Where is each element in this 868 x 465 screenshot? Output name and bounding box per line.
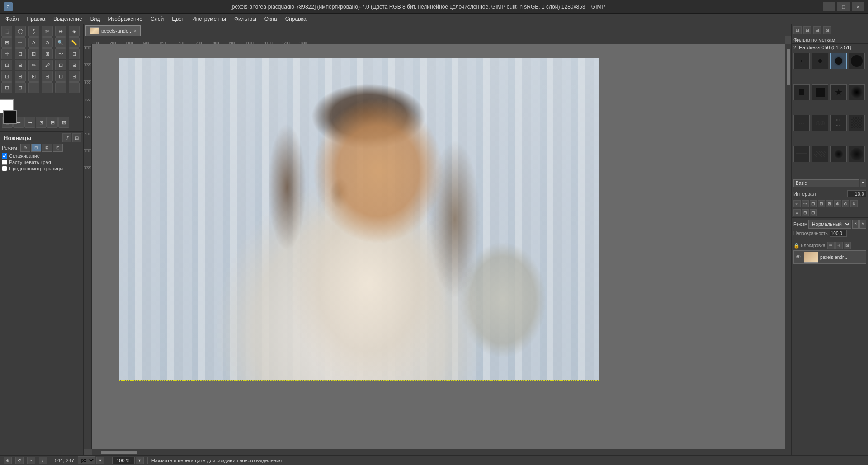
brush-soft2[interactable] bbox=[849, 146, 865, 162]
menu-item-[interactable]: Изображение bbox=[104, 15, 146, 23]
warp-tool[interactable]: 〜 bbox=[55, 48, 66, 59]
undo-btn[interactable]: ⊟ bbox=[47, 117, 58, 128]
zoom-arrow[interactable]: ▼ bbox=[136, 457, 144, 464]
lock-all-btn[interactable]: ⊠ bbox=[844, 242, 851, 249]
image-tab[interactable]: pexels-andr... × bbox=[85, 25, 141, 36]
brush-small[interactable] bbox=[812, 53, 828, 69]
mode-subtract[interactable]: ⊠ bbox=[42, 144, 52, 152]
redo-btn[interactable]: ⊠ bbox=[58, 117, 69, 128]
status-btn-4[interactable]: ↓ bbox=[39, 457, 47, 464]
brush-square-md[interactable] bbox=[812, 84, 828, 100]
menu-item-[interactable]: Правка bbox=[24, 15, 49, 23]
heal-tool[interactable]: ⊟ bbox=[42, 71, 53, 82]
select-color-tool[interactable]: ◈ bbox=[69, 26, 80, 37]
rect-select-tool[interactable]: ⬚ bbox=[1, 26, 12, 37]
maximize-button[interactable]: □ bbox=[837, 2, 850, 11]
prop-icon2-1[interactable]: ≡ bbox=[793, 209, 801, 216]
close-button[interactable]: × bbox=[852, 2, 864, 11]
brush-scatter2[interactable]: ⊕⊕ bbox=[812, 115, 828, 131]
boundary-checkbox[interactable] bbox=[2, 166, 7, 171]
brush-star[interactable]: ★ bbox=[830, 84, 847, 100]
save-btn[interactable]: ↪ bbox=[24, 117, 35, 128]
mode-arrow[interactable]: ↺ bbox=[852, 220, 859, 229]
blend-tool[interactable]: ⊟ bbox=[15, 60, 26, 70]
paths-tool[interactable]: ✏ bbox=[15, 37, 26, 48]
menu-item-[interactable]: Файл bbox=[2, 15, 23, 23]
brush-square-sm[interactable] bbox=[793, 84, 810, 100]
prop-icon-8[interactable]: ⊗ bbox=[850, 200, 858, 207]
prop-icon-7[interactable]: ⊖ bbox=[842, 200, 849, 207]
mode-add[interactable]: ⊟ bbox=[31, 144, 41, 152]
brush-medium[interactable] bbox=[830, 53, 847, 69]
layer-visibility-toggle[interactable]: 👁 bbox=[795, 254, 802, 261]
brush-scatter4[interactable] bbox=[849, 115, 865, 131]
align-tool[interactable]: ⊟ bbox=[15, 48, 26, 59]
eraser-tool[interactable]: ⊡ bbox=[55, 60, 66, 70]
menu-item-[interactable]: Инструменты bbox=[189, 15, 230, 23]
prop-icon-2[interactable]: ↪ bbox=[802, 200, 809, 207]
crop-tool[interactable]: ⊡ bbox=[28, 48, 39, 59]
minimize-button[interactable]: − bbox=[823, 2, 835, 11]
brush-tiny[interactable] bbox=[793, 53, 810, 69]
export-btn[interactable]: ⊡ bbox=[36, 117, 47, 128]
ink-tool[interactable]: ⊡ bbox=[1, 71, 12, 82]
rp-icon-1[interactable]: ⊡ bbox=[793, 26, 802, 34]
unit-select[interactable]: px bbox=[78, 456, 95, 464]
brush-large[interactable] bbox=[849, 53, 865, 69]
unit-arrow[interactable]: ▼ bbox=[96, 457, 104, 464]
brush-lines1[interactable] bbox=[793, 146, 810, 162]
brush-lines2[interactable] bbox=[812, 146, 828, 162]
paintbrush-tool[interactable]: 🖌 bbox=[42, 60, 53, 70]
tool-opts-reset[interactable]: ↺ bbox=[62, 133, 71, 142]
interval-input[interactable]: 10,0 bbox=[847, 190, 866, 197]
scrollbar-vertical[interactable] bbox=[785, 44, 791, 449]
fg-color-swatch[interactable] bbox=[3, 110, 17, 124]
scroll-thumb-h[interactable] bbox=[101, 451, 137, 454]
transform-tool[interactable]: ⊠ bbox=[42, 48, 53, 59]
status-btn-3[interactable]: × bbox=[27, 457, 35, 464]
color-picker-tool[interactable]: ⊙ bbox=[42, 37, 53, 48]
cage-tool[interactable]: ⊟ bbox=[69, 48, 80, 59]
ellipse-select-tool[interactable]: ◯ bbox=[15, 26, 26, 37]
zoom-tool[interactable]: 🔍 bbox=[55, 37, 66, 48]
prop-icon2-3[interactable]: ⊡ bbox=[810, 209, 817, 216]
prop-icon2-2[interactable]: ⊟ bbox=[802, 209, 809, 216]
mode-intersect[interactable]: ⊡ bbox=[53, 144, 63, 152]
airbrush-tool[interactable]: ⊟ bbox=[69, 60, 80, 70]
opacity-input[interactable]: 100,0 bbox=[830, 230, 847, 237]
tab-close-button[interactable]: × bbox=[134, 28, 137, 33]
text-tool[interactable]: A bbox=[28, 37, 39, 48]
brush-soft1[interactable] bbox=[830, 146, 847, 162]
fg-select-tool[interactable]: ⊞ bbox=[1, 37, 12, 48]
brush-preset-name[interactable]: Basic bbox=[793, 179, 859, 187]
scroll-thumb-v[interactable] bbox=[787, 49, 790, 85]
prop-icon-4[interactable]: ⊟ bbox=[818, 200, 825, 207]
measure-tool[interactable]: 📏 bbox=[69, 37, 80, 48]
pencil-tool[interactable]: ✏ bbox=[28, 60, 39, 70]
lock-move-btn[interactable]: ✛ bbox=[835, 242, 843, 249]
brush-preset-arrow[interactable]: ▼ bbox=[860, 179, 866, 187]
rp-icon-4[interactable]: ⊠ bbox=[823, 26, 831, 34]
fuzzy-select-tool[interactable]: ⊕ bbox=[55, 26, 66, 37]
smoothing-checkbox[interactable] bbox=[2, 153, 7, 159]
bucket-fill-tool[interactable]: ⊡ bbox=[1, 60, 12, 70]
feather-checkbox[interactable] bbox=[2, 160, 7, 165]
status-btn-1[interactable]: ⊕ bbox=[4, 457, 12, 464]
mode-arrow2[interactable]: ↻ bbox=[859, 220, 866, 229]
prop-icon-3[interactable]: ⊡ bbox=[810, 200, 817, 207]
brush-scatter1[interactable]: ··· bbox=[793, 115, 810, 131]
lock-pencil-btn[interactable]: ✏ bbox=[827, 242, 835, 249]
free-select-tool[interactable]: ⟆ bbox=[28, 26, 39, 37]
prop-icon-5[interactable]: ⊠ bbox=[826, 200, 833, 207]
brush-xl[interactable] bbox=[849, 84, 865, 100]
prop-icon-6[interactable]: ⊕ bbox=[834, 200, 841, 207]
clone-tool[interactable]: ⊡ bbox=[28, 71, 39, 82]
menu-item-[interactable]: Слой bbox=[147, 15, 167, 23]
menu-item-[interactable]: Окна bbox=[261, 15, 281, 23]
menu-item-[interactable]: Справка bbox=[282, 15, 310, 23]
blur-tool[interactable]: ⊟ bbox=[69, 71, 80, 82]
menu-item-[interactable]: Фильтры bbox=[231, 15, 260, 23]
scissors-select-tool[interactable]: ✄ bbox=[42, 26, 53, 37]
move-tool[interactable]: ✛ bbox=[1, 48, 12, 59]
smudge-tool[interactable]: ⊡ bbox=[1, 82, 12, 93]
